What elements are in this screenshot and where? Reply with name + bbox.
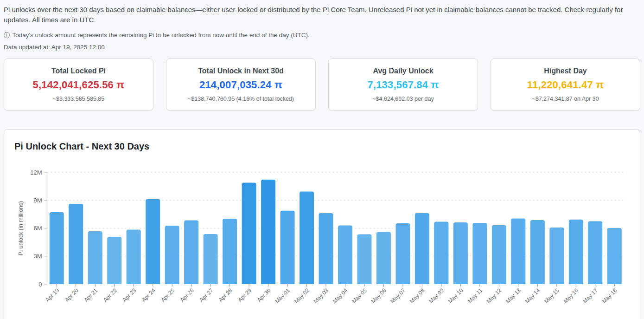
card-value: 5,142,041,625.56 π xyxy=(4,79,153,91)
card-value: 214,007,035.24 π xyxy=(166,79,315,91)
x-tick-label: May 14 xyxy=(524,287,542,305)
bar-apr-21[interactable] xyxy=(88,231,102,284)
info-icon: ⓘ xyxy=(4,32,10,39)
data-updated-timestamp: Data updated at: Apr 19, 2025 12:00 xyxy=(4,44,640,51)
card-title: Highest Day xyxy=(491,67,640,75)
card-title: Avg Daily Unlock xyxy=(329,67,478,75)
bar-apr-20[interactable] xyxy=(69,204,83,284)
bar-may-13[interactable] xyxy=(511,218,525,284)
bar-may-18[interactable] xyxy=(607,228,622,284)
bar-apr-25[interactable] xyxy=(165,226,179,284)
bar-may-04[interactable] xyxy=(338,225,352,284)
card-value: 11,220,641.47 π xyxy=(491,79,640,91)
bar-apr-29[interactable] xyxy=(242,182,256,284)
bar-may-07[interactable] xyxy=(395,223,410,284)
card-subtext: ~$7,274,341.87 on Apr 30 xyxy=(491,96,640,102)
card-highest-day: Highest Day 11,220,641.47 π ~$7,274,341.… xyxy=(491,59,640,111)
x-tick-label: Apr 27 xyxy=(198,287,214,303)
pi-unlock-chart: 03M6M9M12MPi unlock (in millions)Apr 19A… xyxy=(4,130,640,319)
bar-may-16[interactable] xyxy=(569,220,583,284)
x-tick-label: May 08 xyxy=(408,287,426,305)
y-tick-label: 6M xyxy=(33,225,42,232)
pi-unlock-dashboard: Pi unlocks over the next 30 days based o… xyxy=(0,0,644,319)
bar-apr-26[interactable] xyxy=(184,220,198,284)
bar-may-15[interactable] xyxy=(549,228,564,284)
card-total-unlock-next-30d: Total Unlock in Next 30d 214,007,035.24 … xyxy=(166,59,316,111)
bar-may-05[interactable] xyxy=(357,234,371,284)
bar-chart-svg: 03M6M9M12MPi unlock (in millions)Apr 19A… xyxy=(4,130,640,315)
stat-cards-row: Total Locked Pi 5,142,041,625.56 π ~$3,3… xyxy=(4,59,640,111)
x-tick-label: May 01 xyxy=(274,287,291,305)
bar-apr-19[interactable] xyxy=(50,212,64,284)
bar-may-06[interactable] xyxy=(376,232,391,284)
x-tick-label: Apr 29 xyxy=(236,287,253,303)
y-tick-label: 0 xyxy=(38,281,42,288)
x-tick-label: Apr 23 xyxy=(121,287,137,303)
x-tick-label: May 07 xyxy=(389,287,407,305)
bar-apr-23[interactable] xyxy=(127,230,141,284)
y-axis-title: Pi unlock (in millions) xyxy=(18,201,24,255)
bar-may-01[interactable] xyxy=(281,211,295,284)
x-tick-label: May 04 xyxy=(332,287,349,305)
x-tick-label: Apr 30 xyxy=(256,287,272,303)
x-tick-label: May 18 xyxy=(601,287,618,305)
today-unlock-note: ⓘToday's unlock amount represents the re… xyxy=(4,31,640,39)
card-value: 7,133,567.84 π xyxy=(329,79,478,91)
x-tick-label: May 16 xyxy=(562,287,580,305)
x-tick-label: May 15 xyxy=(543,287,561,305)
x-tick-label: Apr 20 xyxy=(64,287,80,303)
bar-may-08[interactable] xyxy=(415,213,429,284)
x-tick-label: Apr 19 xyxy=(44,287,60,303)
x-tick-label: May 10 xyxy=(447,287,465,305)
x-tick-label: Apr 21 xyxy=(83,287,99,303)
card-subtext: ~$4,624,692.03 per day xyxy=(329,96,478,102)
bar-may-03[interactable] xyxy=(319,213,333,284)
card-subtext: ~$138,740,760.95 (4.16% of total locked) xyxy=(166,96,315,102)
x-tick-label: May 03 xyxy=(312,287,330,305)
x-tick-label: May 09 xyxy=(427,287,445,305)
x-tick-label: Apr 26 xyxy=(179,287,195,303)
y-tick-label: 9M xyxy=(33,197,42,204)
bar-apr-24[interactable] xyxy=(146,199,160,284)
card-total-locked-pi: Total Locked Pi 5,142,041,625.56 π ~$3,3… xyxy=(4,59,153,111)
x-tick-label: May 11 xyxy=(466,287,484,304)
bar-may-09[interactable] xyxy=(434,221,448,284)
intro-text: Pi unlocks over the next 30 days based o… xyxy=(4,5,640,25)
bar-may-02[interactable] xyxy=(300,192,314,284)
x-tick-label: May 13 xyxy=(504,287,522,305)
x-tick-label: May 05 xyxy=(351,287,368,305)
card-avg-daily-unlock: Avg Daily Unlock 7,133,567.84 π ~$4,624,… xyxy=(328,59,478,111)
chart-panel: Pi Unlock Chart - Next 30 Days 03M6M9M12… xyxy=(4,129,640,319)
card-title: Total Unlock in Next 30d xyxy=(166,67,315,75)
x-tick-label: Apr 25 xyxy=(159,287,176,303)
card-title: Total Locked Pi xyxy=(4,67,153,75)
x-tick-label: May 12 xyxy=(485,287,503,305)
bar-apr-22[interactable] xyxy=(107,237,121,284)
y-tick-label: 3M xyxy=(33,253,42,260)
page-header: Pi unlocks over the next 30 days based o… xyxy=(4,5,640,51)
bar-apr-28[interactable] xyxy=(223,219,237,284)
bar-apr-27[interactable] xyxy=(204,234,218,284)
bar-may-12[interactable] xyxy=(492,225,506,284)
x-tick-label: Apr 22 xyxy=(102,287,118,303)
bar-may-11[interactable] xyxy=(472,223,487,284)
x-tick-label: Apr 28 xyxy=(217,287,234,303)
bar-may-14[interactable] xyxy=(530,220,545,284)
x-tick-label: Apr 24 xyxy=(140,287,157,303)
bar-may-17[interactable] xyxy=(588,221,602,284)
x-tick-label: May 02 xyxy=(293,287,311,305)
x-tick-label: May 17 xyxy=(581,287,599,305)
y-tick-label: 12M xyxy=(30,169,42,176)
today-unlock-note-text: Today's unlock amount represents the rem… xyxy=(13,32,310,39)
card-subtext: ~$3,333,585,585.85 xyxy=(4,96,153,102)
bar-may-10[interactable] xyxy=(453,222,468,284)
x-tick-label: May 06 xyxy=(370,287,388,305)
bar-apr-30[interactable] xyxy=(261,180,275,284)
